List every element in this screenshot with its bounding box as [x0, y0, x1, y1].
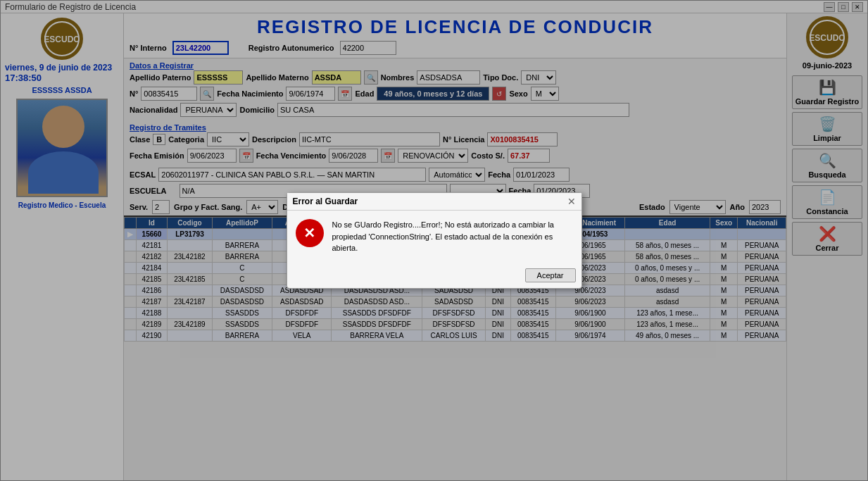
modal-message: No se GUardo Registro....Error!; No está… [332, 219, 573, 254]
modal-accept-button[interactable]: Aceptar [525, 268, 576, 282]
modal-title: Error al Guardar [293, 196, 358, 206]
modal-footer: Aceptar [287, 263, 581, 288]
modal-body: ✕ No se GUardo Registro....Error!; No es… [287, 211, 581, 263]
modal-box: Error al Guardar ✕ ✕ No se GUardo Regist… [287, 192, 582, 289]
modal-title-bar: Error al Guardar ✕ [287, 193, 581, 211]
error-icon: ✕ [296, 219, 324, 247]
modal-overlay: Error al Guardar ✕ ✕ No se GUardo Regist… [0, 0, 868, 481]
modal-close-button[interactable]: ✕ [567, 196, 576, 207]
